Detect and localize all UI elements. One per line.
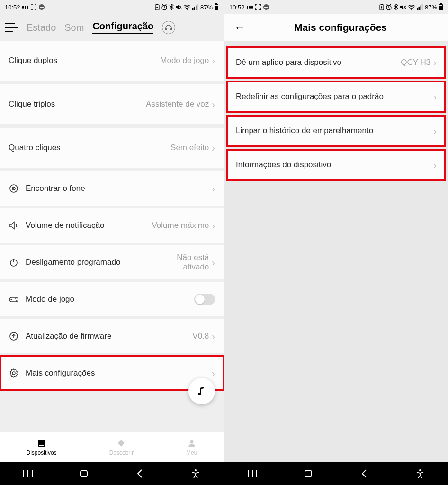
- chevron-right-icon: ›: [212, 99, 215, 110]
- mute-icon: [175, 4, 182, 10]
- home-icon[interactable]: [302, 467, 315, 480]
- row-label: Volume de notificação: [26, 220, 104, 230]
- chevron-right-icon: ›: [212, 331, 215, 342]
- svg-rect-44: [417, 8, 418, 10]
- menu-icon[interactable]: [5, 23, 18, 32]
- wifi-icon: [408, 4, 415, 10]
- row-label: Clique triplos: [9, 99, 55, 109]
- chevron-right-icon: ›: [212, 220, 215, 231]
- alarm-icon: [161, 4, 168, 10]
- row-reset-settings[interactable]: Redefinir as configurações para o padrão…: [227, 81, 445, 112]
- accessibility-icon[interactable]: [413, 467, 427, 480]
- status-fullscreen-icon: [255, 4, 261, 10]
- row-find-earbuds[interactable]: Encontrar o fone ›: [0, 171, 224, 206]
- game-mode-toggle[interactable]: [194, 294, 215, 305]
- row-value: Sem efeito: [170, 143, 209, 153]
- row-device-nickname[interactable]: Dê um aplido para dispositivo QCY H3›: [227, 47, 445, 78]
- svg-rect-41: [381, 4, 383, 5]
- status-time: 10:52: [5, 4, 20, 11]
- headphone-icon[interactable]: [162, 21, 175, 34]
- row-device-info[interactable]: Informações do dispositivo ›: [227, 150, 445, 180]
- svg-rect-10: [194, 7, 195, 10]
- svg-rect-12: [197, 4, 198, 10]
- svg-rect-46: [420, 6, 421, 10]
- nav-label: Meu: [186, 449, 197, 456]
- battery-saver-icon: [379, 4, 384, 10]
- row-notification-volume[interactable]: Volume de notificação Volume máximo›: [0, 208, 224, 242]
- status-dnd-icon: [38, 4, 45, 10]
- row-value: Modo de jogo: [160, 56, 209, 65]
- system-nav: [0, 462, 224, 485]
- back-icon[interactable]: [358, 467, 371, 480]
- recent-apps-icon[interactable]: [21, 467, 35, 480]
- row-label: Desligamento programado: [26, 257, 120, 267]
- chevron-right-icon: ›: [212, 368, 215, 379]
- home-icon[interactable]: [77, 467, 90, 480]
- bottom-nav: Dispositivos Descobrir Meu: [0, 432, 224, 462]
- nav-label: Descobrir: [109, 449, 134, 456]
- svg-point-20: [13, 188, 14, 189]
- row-quad-click[interactable]: Quatro cliques Sem efeito›: [0, 128, 224, 168]
- bluetooth-icon: [169, 4, 174, 10]
- svg-point-29: [190, 440, 193, 444]
- bluetooth-icon: [394, 4, 398, 10]
- chevron-right-icon: ›: [433, 91, 437, 102]
- svg-point-24: [16, 300, 17, 301]
- person-icon: [187, 438, 197, 449]
- svg-rect-9: [192, 8, 194, 10]
- tab-config[interactable]: Configuração: [92, 21, 153, 34]
- row-scheduled-shutdown[interactable]: Desligamento programado Não está ativado…: [0, 245, 224, 279]
- music-fab[interactable]: [188, 378, 215, 404]
- chevron-right-icon: ›: [212, 183, 215, 194]
- back-arrow-icon[interactable]: ←: [230, 19, 249, 36]
- accessibility-icon[interactable]: [189, 467, 202, 480]
- svg-point-43: [411, 9, 412, 10]
- page-title: Mais configurações: [258, 22, 442, 33]
- row-label: Quatro cliques: [9, 143, 61, 153]
- svg-rect-2: [27, 6, 28, 9]
- chevron-right-icon: ›: [212, 55, 215, 66]
- row-label: Mais configurações: [26, 368, 95, 378]
- svg-rect-28: [39, 445, 44, 446]
- row-triple-click[interactable]: Clique triplos Assistente de voz›: [0, 84, 224, 124]
- svg-rect-6: [156, 4, 158, 5]
- row-firmware-update[interactable]: Atualização de firmware V0.8›: [0, 319, 224, 353]
- battery-saver-icon: [155, 4, 160, 10]
- nav-me[interactable]: Meu: [186, 438, 197, 456]
- system-nav: [224, 462, 448, 485]
- svg-point-8: [187, 9, 188, 10]
- nav-discover[interactable]: Descobrir: [109, 438, 134, 456]
- svg-point-23: [15, 298, 16, 299]
- recent-apps-icon[interactable]: [246, 467, 259, 480]
- row-clear-pairing[interactable]: Limpar o histórico de emparelhamento ›: [227, 116, 445, 146]
- header-more-settings: ← Mais configurações: [224, 14, 448, 41]
- svg-rect-49: [440, 3, 442, 4]
- wifi-icon: [183, 4, 191, 10]
- status-bar: 10:52 87%: [224, 0, 448, 14]
- back-icon[interactable]: [133, 467, 146, 480]
- svg-rect-16: [165, 28, 167, 30]
- row-value: Assistente de voz: [146, 99, 209, 109]
- row-label: Limpar o histórico de emparelhamento: [236, 126, 373, 135]
- settings-list: Clique duplos Modo de jogo› Clique tripl…: [0, 41, 224, 432]
- row-value: V0.8: [192, 332, 209, 341]
- nav-devices[interactable]: Dispositivos: [27, 438, 57, 456]
- signal-icon: [192, 4, 199, 10]
- svg-rect-1: [25, 6, 26, 9]
- row-label: Atualização de firmware: [26, 331, 111, 341]
- more-settings-list: Dê um aplido para dispositivo QCY H3› Re…: [224, 41, 448, 462]
- speaker-icon: [9, 220, 19, 231]
- battery-percent: 87%: [200, 4, 213, 11]
- gear-icon: [9, 368, 19, 378]
- tab-sound[interactable]: Som: [64, 22, 84, 33]
- top-tabs: Estado Som Configuração: [0, 14, 224, 41]
- tab-status[interactable]: Estado: [27, 22, 56, 33]
- row-label: Informações do dispositivo: [236, 160, 331, 170]
- alarm-icon: [385, 4, 392, 10]
- row-label: Redefinir as configurações para o padrão: [236, 92, 384, 101]
- row-game-mode[interactable]: Modo de jogo: [0, 282, 224, 316]
- chevron-right-icon: ›: [433, 160, 437, 171]
- phone-right: 10:52 87% ← Mais configurações Dê um apl…: [224, 0, 448, 485]
- row-double-click[interactable]: Clique duplos Modo de jogo›: [0, 41, 224, 81]
- battery-icon: [214, 3, 219, 11]
